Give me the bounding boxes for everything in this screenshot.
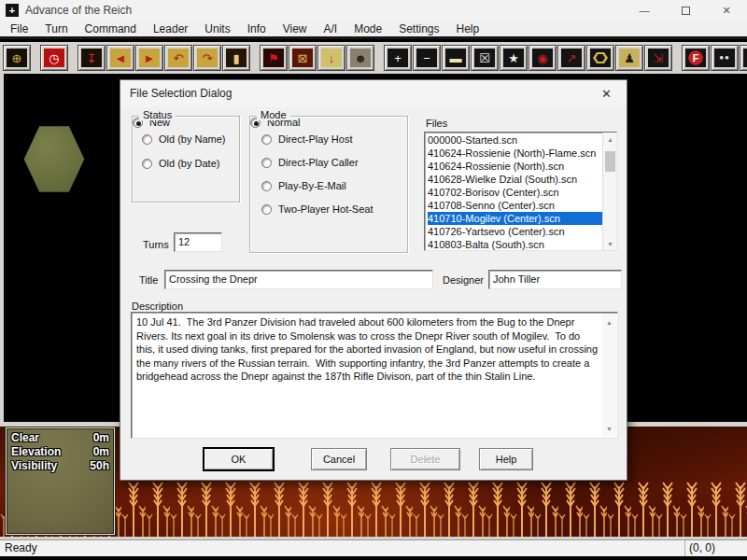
next-stack-button[interactable]: ↧ xyxy=(78,45,106,71)
status-radio[interactable]: Old (by Date) xyxy=(142,158,219,169)
radio-icon xyxy=(142,159,152,169)
status-radio[interactable]: Old (by Name) xyxy=(142,133,226,145)
file-list-item[interactable]: 410708-Senno (Center).scn xyxy=(428,199,616,212)
menu-item[interactable]: Units xyxy=(196,21,238,36)
file-list-item[interactable]: 410628-Wielke Dzial (South).scn xyxy=(428,173,616,186)
previous-unit-button[interactable]: ◄ xyxy=(106,45,134,71)
menu-item[interactable]: Turn xyxy=(36,21,76,36)
indirect-fire-button[interactable]: ◉ xyxy=(529,45,557,71)
file-list-item[interactable]: 410710-Mogilev (Center).scn xyxy=(428,212,616,225)
mode-radio[interactable]: Play-By-E-Mail xyxy=(261,180,346,191)
cancel-button[interactable]: Cancel xyxy=(311,448,367,470)
designer-field[interactable]: John Tiller xyxy=(488,270,622,289)
radio-icon xyxy=(261,204,272,215)
toolbar-button-icon: ↓ xyxy=(321,49,342,67)
binoculars-button[interactable]: ●● xyxy=(711,45,739,71)
toolbar-button-icon: ▬ xyxy=(445,49,466,67)
status-message: Ready xyxy=(0,540,685,556)
menu-item[interactable]: File xyxy=(2,21,36,36)
toolbar-button-icon: ↶ xyxy=(168,49,189,67)
toolbar-button-icon: ⇲ xyxy=(648,49,669,67)
description-scrollbar[interactable]: ▲ ▼ xyxy=(602,314,616,437)
window-title: Advance of the Reich xyxy=(25,4,132,17)
terrain-info-row: Visibility 50h xyxy=(11,459,109,473)
next-unit-button[interactable]: ► xyxy=(135,45,163,71)
scrollbar-thumb[interactable] xyxy=(605,151,615,172)
terrain-label: Elevation xyxy=(11,445,61,459)
phase-clock-button[interactable]: ◷ xyxy=(40,45,68,71)
zoom-in-button[interactable]: + xyxy=(384,45,412,71)
menu-item[interactable]: Leader xyxy=(145,21,196,36)
terrain-info-row: Elevation 0m xyxy=(11,445,109,459)
terrain-value: 50h xyxy=(90,459,109,473)
reachable-hexes-button[interactable]: ↓ xyxy=(317,45,345,71)
toolbar-button-icon: ↧ xyxy=(81,49,102,67)
menu-item[interactable]: Help xyxy=(448,21,488,36)
menu-item[interactable]: View xyxy=(275,21,316,36)
description-box[interactable]: 10 Jul 41. The 3rd Panzer Division had t… xyxy=(131,312,618,439)
minimize-button[interactable]: — xyxy=(624,0,665,21)
help-button[interactable]: Help xyxy=(479,448,533,470)
remove-unit-button[interactable]: ☒ xyxy=(471,45,499,71)
menu-item[interactable]: Command xyxy=(77,21,145,36)
toolbar-button-icon: − xyxy=(416,49,437,67)
toolbar-button-icon: ⊕ xyxy=(7,49,27,67)
close-button[interactable]: ✕ xyxy=(706,0,747,21)
toolbar-button-icon: ◷ xyxy=(44,49,64,67)
files-scrollbar[interactable]: ▲ ▼ xyxy=(602,133,616,250)
toolbar-button-icon: ▮ xyxy=(226,49,247,67)
file-selection-dialog: File Selection Dialog ✕ New Old (by Name… xyxy=(120,79,627,481)
artillery-button[interactable]: ▮ xyxy=(222,45,250,71)
scroll-down-icon[interactable]: ▼ xyxy=(603,237,617,250)
objective-rings-button[interactable]: ◎ xyxy=(740,45,747,71)
file-list-item[interactable]: 410726-Yartsevo (Center).scn xyxy=(428,225,616,238)
jump-map-button[interactable]: ⊕ xyxy=(3,45,31,71)
fog-of-war-button[interactable]: F xyxy=(682,45,710,71)
selection-resize-button[interactable]: ⇲ xyxy=(644,45,672,71)
mode-group-label: Mode xyxy=(257,109,290,120)
file-list-item[interactable]: 410702-Borisov (Center).scn xyxy=(428,186,616,199)
maximize-button[interactable] xyxy=(665,0,706,21)
delete-button: Delete xyxy=(390,448,460,470)
menu-item[interactable]: A/I xyxy=(315,21,345,36)
commander-button[interactable]: ☻ xyxy=(346,45,374,71)
undo-move-button[interactable]: ↶ xyxy=(164,45,192,71)
hex-grid-button[interactable] xyxy=(586,45,614,71)
radio-icon xyxy=(261,181,272,191)
mode-radio[interactable]: Two-Player Hot-Seat xyxy=(261,203,373,215)
toolbar-button-icon: ↗ xyxy=(561,49,582,67)
scroll-up-icon[interactable]: ▲ xyxy=(603,133,617,146)
terrain-hex-tile[interactable] xyxy=(23,124,85,194)
movement-arrow-button[interactable]: ↗ xyxy=(557,45,585,71)
toolbar-button-icon: F xyxy=(685,49,706,67)
title-field[interactable]: Crossing the Dnepr xyxy=(164,270,433,289)
toolbar-button-icon: ◉ xyxy=(532,49,553,67)
file-list-item[interactable]: 410624-Rossienie (North).scn xyxy=(428,160,616,173)
highlight-star-button[interactable]: ★ xyxy=(500,45,528,71)
turns-field[interactable]: 12 xyxy=(174,232,222,252)
toolbar-button-icon: ◎ xyxy=(743,49,747,67)
flag-objective-button[interactable]: ⚑ xyxy=(260,45,288,71)
dialog-close-button[interactable]: ✕ xyxy=(596,85,617,103)
counter-view-button[interactable]: ▬ xyxy=(442,45,470,71)
scroll-up-icon[interactable]: ▲ xyxy=(602,315,616,329)
menu-item[interactable]: Info xyxy=(239,21,275,36)
file-list-item[interactable]: 410803-Balta (South).scn xyxy=(428,238,616,251)
file-list-item[interactable]: 410624-Rossienie (North)-Flame.scn xyxy=(428,147,616,160)
toolbar-button-icon: + xyxy=(388,49,408,67)
file-list-item[interactable]: 000000-Started.scn xyxy=(428,133,616,147)
dialog-titlebar[interactable]: File Selection Dialog ✕ xyxy=(120,80,627,106)
maximize-icon xyxy=(682,7,690,15)
toolbar-button-icon: ◄ xyxy=(110,49,131,67)
zoom-out-button[interactable]: − xyxy=(413,45,441,71)
ok-button[interactable]: OK xyxy=(204,448,274,470)
menu-item[interactable]: Mode xyxy=(345,21,390,36)
mode-radio[interactable]: Direct-Play Host xyxy=(261,133,352,145)
scroll-down-icon[interactable]: ▼ xyxy=(602,422,616,435)
menu-item[interactable]: Settings xyxy=(390,21,447,36)
vehicle-mode-button[interactable]: ⊠ xyxy=(289,45,317,71)
anti-tank-button[interactable]: ♟ xyxy=(615,45,643,71)
radio-label: Direct-Play Caller xyxy=(278,157,359,168)
mode-radio[interactable]: Direct-Play Caller xyxy=(261,157,359,168)
redo-move-button[interactable]: ↷ xyxy=(193,45,221,71)
